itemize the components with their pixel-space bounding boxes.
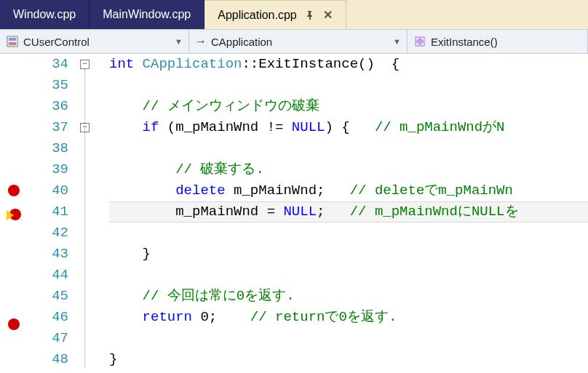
class-label: CApplication — [211, 36, 272, 48]
code-line[interactable]: // 今回は常に0を返す. — [109, 286, 588, 307]
token-pln — [109, 183, 175, 198]
margin-row[interactable] — [0, 185, 28, 206]
margin-row[interactable] — [0, 318, 28, 340]
token-pln: } — [109, 351, 117, 367]
line-number: 46 — [28, 307, 68, 328]
tab-label: Application.cpp — [218, 9, 297, 22]
navigation-bar: CUserControl ▼ → CApplication ▼ ExitInst… — [0, 29, 588, 54]
outline-row[interactable] — [77, 265, 109, 286]
outline-row[interactable] — [77, 286, 109, 307]
line-number: 43 — [28, 244, 68, 265]
outline-row[interactable] — [77, 138, 109, 159]
code-line[interactable]: delete m_pMainWnd; // deleteでm_pMainWn — [109, 180, 588, 201]
outline-row[interactable] — [77, 96, 109, 117]
margin-row[interactable] — [0, 209, 28, 230]
token-kw: return — [143, 309, 192, 325]
code-line[interactable] — [109, 138, 588, 159]
code-line[interactable]: // メインウィンドウの破棄 — [109, 96, 588, 117]
token-cmt: // 破棄する. — [175, 161, 264, 177]
outline-row[interactable] — [77, 222, 109, 244]
svg-rect-2 — [9, 42, 16, 45]
margin-row[interactable] — [0, 138, 28, 159]
outline-row[interactable] — [77, 180, 109, 201]
line-number: 34 — [28, 54, 68, 75]
class-dropdown[interactable]: → CApplication ▼ — [189, 30, 408, 53]
breakpoint-icon — [8, 318, 20, 330]
code-line[interactable] — [109, 265, 588, 286]
code-line[interactable]: } — [109, 244, 588, 265]
code-line[interactable]: } — [109, 349, 588, 370]
fold-collapse-icon[interactable]: − — [80, 60, 90, 69]
outline-row[interactable] — [77, 307, 109, 328]
code-line[interactable]: // 破棄する. — [109, 159, 588, 180]
token-pln: } — [109, 246, 151, 262]
token-pln — [109, 288, 143, 304]
line-number: 36 — [28, 96, 68, 117]
token-kw: delete — [175, 183, 225, 198]
code-line[interactable] — [109, 328, 588, 349]
outlining-margin[interactable]: −− — [77, 54, 109, 373]
scope-dropdown[interactable]: CUserControl ▼ — [0, 30, 189, 53]
margin-row[interactable] — [0, 340, 28, 361]
margin-row[interactable] — [0, 96, 28, 117]
token-pln — [109, 119, 143, 135]
code-line[interactable] — [109, 75, 588, 96]
code-area[interactable]: int CApplication::ExitInstance() { // メイ… — [109, 54, 588, 373]
margin-row[interactable] — [0, 54, 28, 75]
chevron-down-icon: ▼ — [387, 37, 401, 46]
margin-row[interactable] — [0, 293, 28, 314]
code-line[interactable]: return 0; // returnで0を返す. — [109, 307, 588, 328]
breakpoint-current-icon — [7, 209, 21, 223]
line-number: 38 — [28, 138, 68, 159]
code-line[interactable]: int CApplication::ExitInstance() { — [109, 54, 588, 75]
outline-row[interactable]: − — [77, 54, 109, 75]
token-pln: (m_pMainWnd != — [159, 119, 291, 135]
outline-row[interactable] — [77, 201, 109, 222]
outline-row[interactable] — [77, 244, 109, 265]
code-editor[interactable]: 343536373839404142434445464748 −− int CA… — [0, 54, 588, 373]
scope-icon — [6, 35, 19, 48]
fold-guide — [84, 69, 85, 367]
margin-row[interactable] — [0, 361, 28, 373]
breakpoint-icon — [8, 185, 20, 196]
tab-window-cpp[interactable]: Window.cpp — [0, 0, 90, 29]
code-line[interactable] — [109, 222, 588, 244]
member-label: ExitInstance() — [431, 36, 498, 48]
member-dropdown[interactable]: ExitInstance() — [408, 30, 588, 53]
margin-row[interactable] — [0, 230, 28, 251]
outline-row[interactable] — [77, 75, 109, 96]
margin-row[interactable] — [0, 159, 28, 180]
line-number: 35 — [28, 75, 68, 96]
token-pln: m_pMainWnd = — [109, 204, 283, 220]
margin-row[interactable] — [0, 117, 28, 138]
token-cmt: // returnで0を返す. — [250, 309, 397, 325]
tab-application-cpp[interactable]: Application.cpp ✕ — [204, 0, 346, 29]
margin-row[interactable] — [0, 251, 28, 272]
code-line[interactable]: if (m_pMainWnd != NULL) { // m_pMainWndが… — [109, 117, 588, 138]
margin-row[interactable] — [0, 75, 28, 96]
arrow-right-icon: → — [195, 35, 207, 48]
token-kw: NULL — [292, 119, 325, 135]
breakpoint-margin[interactable] — [0, 54, 28, 373]
tab-label: MainWindow.cpp — [103, 8, 191, 21]
token-cmt: // deleteでm_pMainWn — [350, 183, 513, 198]
pin-icon[interactable] — [306, 11, 314, 20]
token-pln: ) { — [325, 119, 374, 135]
chevron-down-icon: ▼ — [169, 37, 183, 46]
tab-mainwindow-cpp[interactable]: MainWindow.cpp — [90, 0, 204, 29]
token-pln — [109, 309, 143, 325]
token-pln: 0; — [192, 309, 250, 325]
outline-row[interactable] — [77, 328, 109, 349]
tab-bar-empty — [346, 0, 588, 29]
outline-row[interactable]: − — [77, 117, 109, 138]
line-number: 42 — [28, 222, 68, 244]
token-pln: ::ExitInstance() { — [242, 56, 400, 72]
outline-row[interactable] — [77, 159, 109, 180]
close-icon[interactable]: ✕ — [323, 8, 333, 22]
line-number: 45 — [28, 286, 68, 307]
token-pln: ; — [317, 204, 350, 220]
token-kw: int — [109, 56, 143, 72]
code-line[interactable]: m_pMainWnd = NULL; // m_pMainWndにNULLを — [109, 201, 588, 222]
margin-row[interactable] — [0, 272, 28, 293]
outline-row[interactable] — [77, 349, 109, 370]
